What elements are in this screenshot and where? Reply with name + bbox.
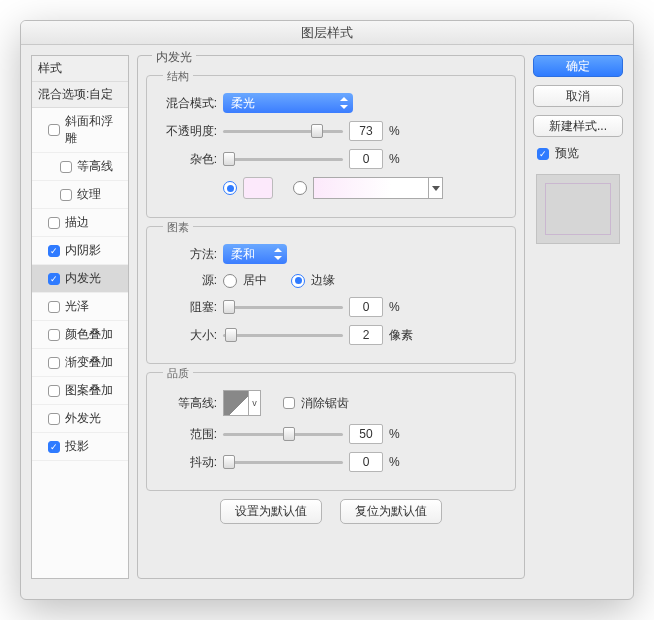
source-center-radio[interactable] [223,274,237,288]
sidebar-checkbox-6[interactable] [48,301,60,313]
sidebar-checkbox-2[interactable] [60,189,72,201]
jitter-slider[interactable] [223,453,343,471]
range-slider[interactable] [223,425,343,443]
sidebar-checkbox-5[interactable] [48,273,60,285]
choke-unit: % [389,300,400,314]
noise-label: 杂色: [157,151,217,168]
panel-title: 内发光 [152,49,196,66]
sidebar-label-3: 描边 [65,214,89,231]
choke-input[interactable] [349,297,383,317]
sidebar-label-4: 内阴影 [65,242,101,259]
technique-label: 方法: [157,246,217,263]
structure-group: 结构 混合模式: 柔光 不透明度: % 杂色: [146,75,516,218]
new-style-button[interactable]: 新建样式... [533,115,623,137]
size-input[interactable] [349,325,383,345]
sidebar-label-1: 等高线 [77,158,113,175]
sidebar-item-5[interactable]: 内发光 [32,265,128,293]
gradient-picker[interactable] [313,177,443,199]
noise-input[interactable] [349,149,383,169]
layer-style-dialog: 图层样式 样式 混合选项:自定 斜面和浮雕等高线纹理描边内阴影内发光光泽颜色叠加… [20,20,634,600]
sidebar-item-4[interactable]: 内阴影 [32,237,128,265]
set-default-button[interactable]: 设置为默认值 [220,499,322,524]
contour-picker[interactable]: v [223,390,261,416]
styles-sidebar: 样式 混合选项:自定 斜面和浮雕等高线纹理描边内阴影内发光光泽颜色叠加渐变叠加图… [31,55,129,579]
sidebar-label-10: 外发光 [65,410,101,427]
preview-checkbox[interactable] [537,148,549,160]
antialias-checkbox[interactable] [283,397,295,409]
sidebar-item-6[interactable]: 光泽 [32,293,128,321]
gradient-radio[interactable] [293,181,307,195]
sidebar-label-7: 颜色叠加 [65,326,113,343]
sidebar-item-3[interactable]: 描边 [32,209,128,237]
opacity-input[interactable] [349,121,383,141]
sidebar-checkbox-0[interactable] [48,124,60,136]
sidebar-checkbox-9[interactable] [48,385,60,397]
size-unit: 像素 [389,327,413,344]
window-title: 图层样式 [21,21,633,45]
preview-label: 预览 [555,145,579,162]
sidebar-item-8[interactable]: 渐变叠加 [32,349,128,377]
source-label: 源: [157,272,217,289]
size-slider[interactable] [223,326,343,344]
sidebar-label-5: 内发光 [65,270,101,287]
sidebar-item-10[interactable]: 外发光 [32,405,128,433]
ok-button[interactable]: 确定 [533,55,623,77]
blend-mode-label: 混合模式: [157,95,217,112]
sidebar-label-11: 投影 [65,438,89,455]
contour-label: 等高线: [157,395,217,412]
sidebar-item-11[interactable]: 投影 [32,433,128,461]
antialias-label: 消除锯齿 [301,395,349,412]
sidebar-label-9: 图案叠加 [65,382,113,399]
sidebar-label-6: 光泽 [65,298,89,315]
sidebar-checkbox-11[interactable] [48,441,60,453]
jitter-input[interactable] [349,452,383,472]
choke-label: 阻塞: [157,299,217,316]
sidebar-checkbox-4[interactable] [48,245,60,257]
color-radio[interactable] [223,181,237,195]
opacity-unit: % [389,124,400,138]
reset-default-button[interactable]: 复位为默认值 [340,499,442,524]
sidebar-item-0[interactable]: 斜面和浮雕 [32,108,128,153]
source-center-label: 居中 [243,272,267,289]
elements-group: 图素 方法: 柔和 源: 居中 边缘 阻塞: [146,226,516,364]
range-input[interactable] [349,424,383,444]
range-unit: % [389,427,400,441]
dialog-actions: 确定 取消 新建样式... 预览 [533,55,623,579]
sidebar-label-8: 渐变叠加 [65,354,113,371]
source-edge-radio[interactable] [291,274,305,288]
inner-glow-panel: 内发光 结构 混合模式: 柔光 不透明度: % 杂色: [137,55,525,579]
sidebar-header-styles[interactable]: 样式 [32,56,128,82]
range-label: 范围: [157,426,217,443]
sidebar-header-blend[interactable]: 混合选项:自定 [32,82,128,108]
preview-thumbnail [536,174,620,244]
sidebar-item-9[interactable]: 图案叠加 [32,377,128,405]
sidebar-item-1[interactable]: 等高线 [32,153,128,181]
sidebar-checkbox-7[interactable] [48,329,60,341]
opacity-slider[interactable] [223,122,343,140]
sidebar-checkbox-3[interactable] [48,217,60,229]
source-edge-label: 边缘 [311,272,335,289]
sidebar-checkbox-8[interactable] [48,357,60,369]
sidebar-item-7[interactable]: 颜色叠加 [32,321,128,349]
quality-group: 品质 等高线: v 消除锯齿 范围: % [146,372,516,491]
elements-legend: 图素 [163,220,193,235]
technique-select[interactable]: 柔和 [223,244,287,264]
noise-slider[interactable] [223,150,343,168]
opacity-label: 不透明度: [157,123,217,140]
cancel-button[interactable]: 取消 [533,85,623,107]
sidebar-checkbox-1[interactable] [60,161,72,173]
sidebar-label-2: 纹理 [77,186,101,203]
sidebar-checkbox-10[interactable] [48,413,60,425]
quality-legend: 品质 [163,366,193,381]
sidebar-item-2[interactable]: 纹理 [32,181,128,209]
sidebar-label-0: 斜面和浮雕 [65,113,122,147]
size-label: 大小: [157,327,217,344]
color-swatch[interactable] [243,177,273,199]
jitter-label: 抖动: [157,454,217,471]
structure-legend: 结构 [163,69,193,84]
choke-slider[interactable] [223,298,343,316]
blend-mode-select[interactable]: 柔光 [223,93,353,113]
jitter-unit: % [389,455,400,469]
noise-unit: % [389,152,400,166]
